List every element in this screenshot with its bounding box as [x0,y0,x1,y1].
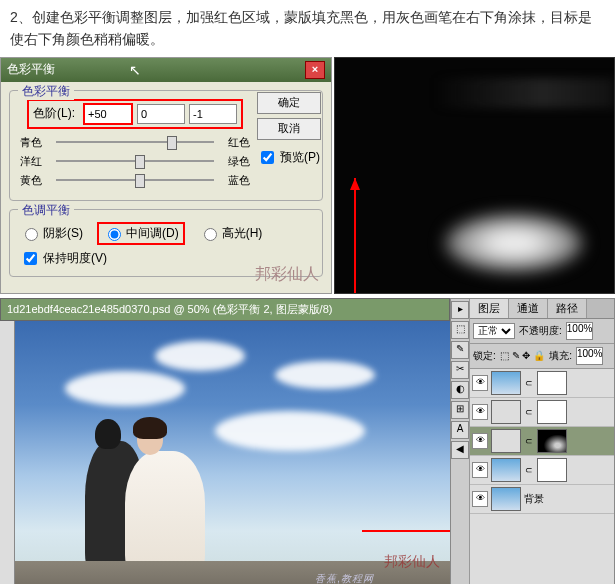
tool-icon[interactable]: ◐ [451,381,469,399]
panel-tabs: 图层 通道 路径 [470,299,614,319]
ruler-vertical [0,321,15,584]
opacity-label: 不透明度: [519,324,562,338]
tool-icon[interactable]: ✂ [451,361,469,379]
dialog-title: 色彩平衡 [7,61,55,78]
slider-left-label: 黄色 [20,173,50,188]
layer-row[interactable]: 👁 ⊂ [470,369,614,398]
balance-slider[interactable] [56,154,214,168]
layer-thumbnail[interactable] [491,371,521,395]
watermark: 香蕉,教程网jiaocheng . zidian . com [315,572,444,584]
slider-row: 洋红 绿色 [20,154,250,169]
link-icon[interactable]: ⊂ [524,407,534,417]
visibility-icon[interactable]: 👁 [472,375,488,391]
tool-icon[interactable]: A [451,421,469,439]
mask-thumbnail[interactable] [537,371,567,395]
tone-legend: 色调平衡 [18,202,74,219]
visibility-icon[interactable]: 👁 [472,433,488,449]
slider-left-label: 洋红 [20,154,50,169]
slider-right-label: 红色 [220,135,250,150]
blend-mode-select[interactable]: 正常 [473,323,515,339]
shadow-radio[interactable]: 阴影(S) [20,225,83,242]
layer-thumbnail[interactable] [491,487,521,511]
highlight-radio[interactable]: 高光(H) [199,225,263,242]
slider-row: 黄色 蓝色 [20,173,250,188]
fill-value[interactable]: 100% [576,347,604,365]
instruction-text: 2、创建色彩平衡调整图层，加强红色区域，蒙版填充黑色，用灰色画笔在右下角涂抹，目… [0,0,615,57]
slider-right-label: 绿色 [220,154,250,169]
tab-layers[interactable]: 图层 [470,299,509,318]
slider-left-label: 青色 [20,135,50,150]
dialog-titlebar[interactable]: 色彩平衡 ↖ × [1,58,331,82]
layer-list: 👁 ⊂ 👁 ⊂ 👁 ⊂ 👁 ⊂ 👁 背景 [470,369,614,584]
close-icon[interactable]: × [305,61,325,79]
slider-row: 青色 红色 [20,135,250,150]
visibility-icon[interactable]: 👁 [472,404,488,420]
layer-thumbnail[interactable] [491,429,521,453]
link-icon[interactable]: ⊂ [524,465,534,475]
visibility-icon[interactable]: 👁 [472,462,488,478]
layer-row[interactable]: 👁 ⊂ [470,456,614,485]
tab-paths[interactable]: 路径 [548,299,587,318]
tab-channels[interactable]: 通道 [509,299,548,318]
fill-label: 填充: [549,349,572,363]
canvas-signature: 邦彩仙人 [384,553,440,571]
layer-thumbnail[interactable] [491,400,521,424]
link-icon[interactable]: ⊂ [524,378,534,388]
layer-row[interactable]: 👁 背景 [470,485,614,514]
canvas[interactable]: 邦彩仙人 香蕉,教程网jiaocheng . zidian . com [15,321,450,584]
balance-legend: 色彩平衡 [18,83,74,100]
tool-icon[interactable]: ▸ [451,301,469,319]
cursor-icon: ↖ [129,62,141,78]
mask-thumbnail[interactable] [537,458,567,482]
lock-label: 锁定: [473,349,496,363]
couple-figure [75,411,215,581]
panels: ▸ ⬚ ✎ ✂ ◐ ⊞ A ◀ 图层 通道 路径 正常 不透明度: 100% 锁… [450,298,615,584]
balance-slider[interactable] [56,135,214,149]
slider-right-label: 蓝色 [220,173,250,188]
mask-thumbnail[interactable] [537,429,567,453]
mask-thumbnail[interactable] [537,400,567,424]
tool-icon[interactable]: ⊞ [451,401,469,419]
cyan-red-input[interactable] [83,103,133,125]
opacity-value[interactable]: 100% [566,322,594,340]
visibility-icon[interactable]: 👁 [472,491,488,507]
document-title: 1d21ebdf4ceac21e485d0370.psd @ 50% (色彩平衡… [0,298,450,321]
layer-thumbnail[interactable] [491,458,521,482]
panel-tools: ▸ ⬚ ✎ ✂ ◐ ⊞ A ◀ [451,299,470,584]
yellow-blue-input[interactable] [189,104,237,124]
balance-slider[interactable] [56,173,214,187]
tool-icon[interactable]: ✎ [451,341,469,359]
mask-preview [334,57,615,294]
layer-row[interactable]: 👁 ⊂ [470,427,614,456]
layer-row[interactable]: 👁 ⊂ [470,398,614,427]
magenta-green-input[interactable] [137,104,185,124]
signature-decoration: 邦彩仙人 [255,264,319,285]
layer-name[interactable]: 背景 [524,492,544,506]
color-balance-dialog: 色彩平衡 ↖ × 确定 取消 预览(P) 色彩平衡 色阶(L): 青色 红色 [0,57,332,294]
midtone-radio[interactable]: 中间调(D) [97,222,185,245]
levels-label: 色阶(L): [33,105,75,122]
link-icon[interactable]: ⊂ [524,436,534,446]
tool-icon[interactable]: ⬚ [451,321,469,339]
svg-marker-1 [350,178,360,190]
tool-icon[interactable]: ◀ [451,441,469,459]
